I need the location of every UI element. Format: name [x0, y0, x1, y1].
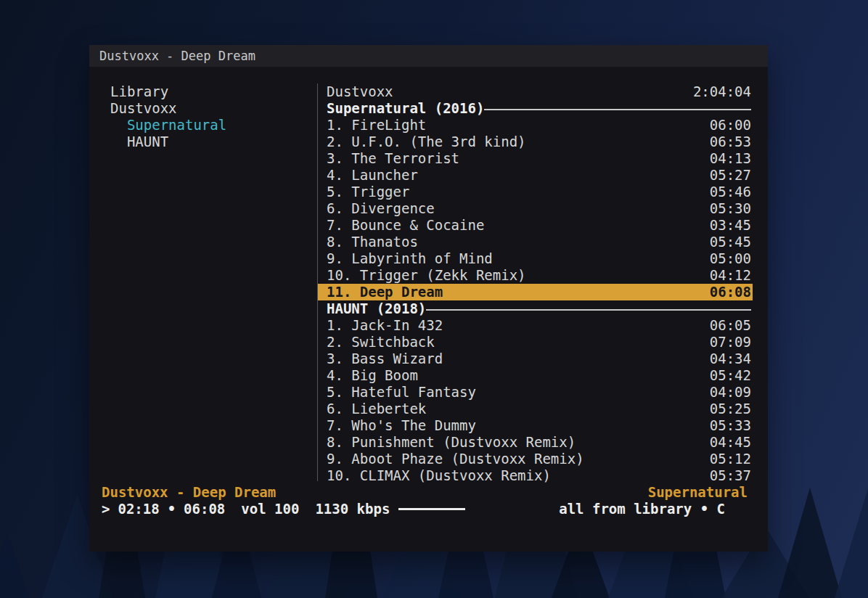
track-duration: 05:45 [710, 234, 751, 250]
library-sidebar: LibraryDustvoxx Supernatural HAUNT [89, 83, 317, 484]
track-duration: 05:46 [710, 184, 751, 200]
track-title: 1. Jack-In 432 [327, 317, 443, 334]
sidebar-item-supernatural[interactable]: Supernatural [110, 117, 317, 134]
track-duration: 05:25 [710, 401, 751, 417]
track-title: 1. FireLight [327, 117, 426, 134]
track-title: 3. Bass Wizard [327, 351, 443, 367]
track-row[interactable]: 5. Hateful Fantasy04:09 [318, 384, 753, 401]
track-title: 7. Who's The Dummy [327, 417, 476, 434]
track-title: 10. Trigger (Zekk Remix) [327, 267, 526, 284]
album-title: Supernatural (2016) [327, 100, 484, 117]
tree-silhouette [778, 488, 842, 598]
track-duration: 06:53 [710, 134, 751, 150]
album-header-rule [484, 109, 751, 110]
track-row[interactable]: 7. Who's The Dummy05:33 [318, 417, 753, 434]
track-duration: 06:05 [710, 317, 751, 334]
sidebar-item-library[interactable]: Library [110, 83, 317, 100]
now-playing-line: Dustvoxx - Deep Dream Supernatural [89, 484, 768, 501]
track-title: 4. Launcher [327, 167, 418, 184]
track-row[interactable]: 1. Jack-In 43206:05 [318, 317, 753, 334]
track-row-playing[interactable]: 11. Deep Dream06:08 [318, 284, 753, 300]
track-row[interactable]: 9. Aboot Phaze (Dustvoxx Remix)05:12 [318, 451, 753, 467]
track-list: Dustvoxx 2:04:04 Supernatural (2016)1. F… [318, 83, 753, 484]
play-state-icon: > [102, 501, 110, 517]
transport-line: > 02:18 • 06:08 vol 100 1130 kbps all fr… [89, 501, 768, 517]
track-row[interactable]: 8. Thanatos05:45 [318, 234, 753, 250]
volume-indicator: vol 100 [241, 501, 299, 517]
track-duration: 04:09 [710, 384, 751, 401]
playback-mode: all from library • C [559, 501, 725, 517]
album-header: Supernatural (2016) [318, 100, 753, 117]
track-duration: 06:00 [710, 117, 751, 134]
track-title: 11. Deep Dream [327, 284, 443, 300]
track-row[interactable]: 2. Switchback07:09 [318, 334, 753, 351]
track-row[interactable]: 8. Punishment (Dustvoxx Remix)04:45 [318, 434, 753, 451]
tracklist-body: Supernatural (2016)1. FireLight06:002. U… [318, 100, 753, 484]
track-duration: 04:13 [710, 150, 751, 167]
track-duration: 05:33 [710, 417, 751, 434]
bitrate-indicator: 1130 kbps [315, 501, 390, 517]
track-row[interactable]: 5. Trigger05:46 [318, 184, 753, 200]
tree-silhouette [0, 533, 29, 598]
window-titlebar[interactable]: Dustvoxx - Deep Dream [89, 45, 768, 67]
track-duration: 04:12 [710, 267, 751, 284]
track-row[interactable]: 7. Bounce & Cocaine03:45 [318, 217, 753, 234]
bullet-separator: • [168, 501, 176, 517]
album-header-rule [426, 309, 751, 311]
album-header: HAUNT (2018) [318, 300, 753, 317]
track-title: 2. U.F.O. (The 3rd kind) [327, 134, 526, 150]
track-title: 6. Divergence [327, 200, 435, 217]
track-row[interactable]: 3. Bass Wizard04:34 [318, 351, 753, 367]
panes: LibraryDustvoxx Supernatural HAUNT Dustv… [89, 67, 768, 484]
track-title: 6. Liebertek [327, 401, 426, 417]
track-title: 7. Bounce & Cocaine [327, 217, 484, 234]
status-bar: Dustvoxx - Deep Dream Supernatural > 02:… [89, 484, 768, 517]
terminal-window: Dustvoxx - Deep Dream LibraryDustvoxx Su… [89, 45, 768, 552]
track-row[interactable]: 4. Launcher05:27 [318, 167, 753, 184]
player-content: LibraryDustvoxx Supernatural HAUNT Dustv… [89, 67, 768, 552]
track-row[interactable]: 6. Divergence05:30 [318, 200, 753, 217]
progress-dash [398, 508, 465, 510]
track-title: 10. CLIMAX (Dustvoxx Remix) [327, 467, 551, 484]
sidebar-item-haunt[interactable]: HAUNT [110, 134, 317, 150]
track-duration: 05:00 [710, 250, 751, 267]
track-duration: 03:45 [710, 217, 751, 234]
track-duration: 05:42 [710, 367, 751, 384]
track-title: 2. Switchback [327, 334, 435, 351]
track-row[interactable]: 2. U.F.O. (The 3rd kind)06:53 [318, 134, 753, 150]
total-time: 2:04:04 [693, 83, 751, 100]
track-duration: 04:45 [710, 434, 751, 451]
track-row[interactable]: 4. Big Boom05:42 [318, 367, 753, 384]
track-title: 8. Punishment (Dustvoxx Remix) [327, 434, 576, 451]
track-title: 9. Labyrinth of Mind [327, 250, 493, 267]
window-title: Dustvoxx - Deep Dream [99, 49, 255, 63]
track-row[interactable]: 1. FireLight06:00 [318, 117, 753, 134]
track-title: 3. The Terrorist [327, 150, 459, 167]
album-title: HAUNT (2018) [327, 300, 426, 317]
play-position: 02:18 [118, 501, 159, 517]
track-duration: 06:08 [710, 284, 751, 300]
track-title: 9. Aboot Phaze (Dustvoxx Remix) [327, 451, 584, 467]
track-duration: 07:09 [710, 334, 751, 351]
track-duration: 05:27 [710, 167, 751, 184]
track-title: 5. Trigger [327, 184, 409, 200]
track-duration: 04:34 [710, 351, 751, 367]
sidebar-item-dustvoxx[interactable]: Dustvoxx [110, 100, 317, 117]
now-playing-album: Supernatural [648, 484, 748, 501]
track-row[interactable]: 9. Labyrinth of Mind05:00 [318, 250, 753, 267]
track-row[interactable]: 10. CLIMAX (Dustvoxx Remix)05:37 [318, 467, 753, 484]
track-title: 4. Big Boom [327, 367, 418, 384]
artist-name: Dustvoxx [327, 83, 393, 100]
track-title: 5. Hateful Fantasy [327, 384, 476, 401]
track-duration: 05:12 [710, 451, 751, 467]
track-row[interactable]: 6. Liebertek05:25 [318, 401, 753, 417]
tree-silhouette [835, 449, 868, 598]
now-playing-title: Dustvoxx - Deep Dream [102, 484, 276, 501]
track-duration: 05:37 [710, 467, 751, 484]
track-duration-status: 06:08 [184, 501, 225, 517]
track-title: 8. Thanatos [327, 234, 418, 250]
track-row[interactable]: 10. Trigger (Zekk Remix)04:12 [318, 267, 753, 284]
track-row[interactable]: 3. The Terrorist04:13 [318, 150, 753, 167]
tracklist-header: Dustvoxx 2:04:04 [318, 83, 753, 100]
track-duration: 05:30 [710, 200, 751, 217]
